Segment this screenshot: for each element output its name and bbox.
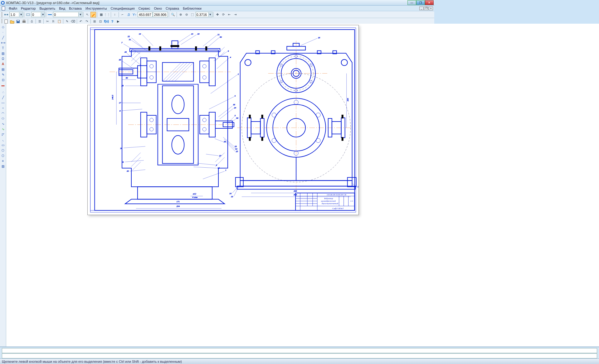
menu-insert[interactable]: Вставка xyxy=(67,6,84,11)
rect-button[interactable]: ▭ xyxy=(1,142,6,147)
table-button[interactable]: ▤ xyxy=(1,67,6,72)
edit-button[interactable]: ✎ xyxy=(1,72,6,77)
cut-button[interactable]: ✂ xyxy=(45,19,50,24)
mdi-close-button[interactable]: × xyxy=(429,7,433,10)
step-dropdown-icon[interactable]: ▾ xyxy=(19,12,23,17)
menu-window[interactable]: Окно xyxy=(152,6,164,11)
spline-button[interactable]: ∿ xyxy=(1,121,6,126)
menu-tools[interactable]: Инструменты xyxy=(84,6,109,11)
step-input[interactable] xyxy=(10,12,19,17)
symbol-button[interactable]: Ω xyxy=(1,56,6,61)
close-button[interactable]: ✕ xyxy=(425,0,434,5)
drawing-sheet[interactable]: 22 10 7 31 33 26 28 17 8 29 11 20 13 18 xyxy=(87,25,359,215)
bezier-button[interactable]: ∿ xyxy=(1,127,6,132)
hatch-button[interactable]: ▨ xyxy=(1,51,6,56)
text-button[interactable]: T xyxy=(1,46,6,50)
point-button[interactable]: · xyxy=(1,30,6,35)
zoom-combo[interactable]: ▾ xyxy=(196,12,212,17)
format-button[interactable]: ⌫ xyxy=(70,19,76,24)
layer-button[interactable] xyxy=(25,12,31,17)
redo-button[interactable]: ↷ xyxy=(84,19,90,24)
undo-button[interactable]: ↶ xyxy=(78,19,84,24)
paint-button[interactable] xyxy=(90,12,96,17)
snap2-button[interactable]: ⌐ xyxy=(120,12,125,17)
svg-text:254: 254 xyxy=(176,205,180,208)
geometry-button[interactable]: ◇ xyxy=(1,24,6,29)
new-button[interactable] xyxy=(3,19,9,24)
dim-button[interactable]: ⟷ xyxy=(1,40,6,45)
aux-point-button[interactable]: ∴ xyxy=(1,89,6,94)
equidist-button[interactable]: ≡ xyxy=(1,158,6,163)
step-combo[interactable]: ▾ xyxy=(9,12,23,17)
arc-button[interactable]: ◠ xyxy=(1,111,6,116)
val1-dropdown-icon[interactable]: ▾ xyxy=(41,12,45,17)
ortho-button[interactable]: ↕ xyxy=(112,12,118,17)
menu-view[interactable]: Вид xyxy=(57,6,67,11)
help-button[interactable]: ? xyxy=(110,19,115,24)
linestyle-combo[interactable]: ▾ xyxy=(53,12,82,17)
window-title: КОМПАС-3D V13 - [редуктор a=180.cdw ->Си… xyxy=(6,1,407,5)
copy-button[interactable]: ⎘ xyxy=(51,19,56,24)
coord-x-field: 453.697 xyxy=(138,12,153,17)
open-button[interactable] xyxy=(9,19,15,24)
val1-input[interactable] xyxy=(32,12,41,17)
contour-button[interactable]: ⬡ xyxy=(1,153,6,158)
paste-button[interactable]: 📋 xyxy=(56,19,62,24)
zoom-in-button[interactable]: ⊕ xyxy=(178,12,183,17)
prev-view-button[interactable]: ⇤ xyxy=(226,12,232,17)
line-button[interactable]: ╱ xyxy=(1,35,6,40)
zoom-out-button[interactable]: ⊖ xyxy=(184,12,189,17)
run-button[interactable]: ▶ xyxy=(115,19,121,24)
view-button[interactable]: ⊡ xyxy=(1,77,6,82)
menu-select[interactable]: Выделить xyxy=(37,6,57,11)
zoom-dropdown-icon[interactable]: ▾ xyxy=(208,12,212,17)
print-button[interactable] xyxy=(21,19,27,24)
props-button[interactable]: ☰ xyxy=(37,19,42,24)
zoom-all-button[interactable]: 🔍 xyxy=(170,12,176,17)
preview-button[interactable]: ⎙ xyxy=(29,19,35,24)
canvas[interactable]: 22 10 7 31 33 26 28 17 8 29 11 20 13 18 xyxy=(6,24,434,264)
val1-combo[interactable]: ▾ xyxy=(31,12,45,17)
menu-service[interactable]: Сервис xyxy=(137,6,152,11)
menu-editor[interactable]: Редактор xyxy=(19,6,37,11)
maximize-button[interactable]: ❐ xyxy=(416,0,425,5)
poly-button[interactable]: ⬠ xyxy=(1,148,6,153)
cursor-button[interactable]: ↖ xyxy=(85,12,90,17)
svg-text:19: 19 xyxy=(231,195,233,198)
zoom-win-button[interactable]: ⬚ xyxy=(190,12,195,17)
spec-button[interactable]: ▬ xyxy=(1,83,6,88)
manager-button[interactable]: ⊞ xyxy=(92,19,97,24)
save-button[interactable] xyxy=(15,19,21,24)
next-view-button[interactable]: ⇥ xyxy=(232,12,238,17)
menu-help[interactable]: Справка xyxy=(164,6,181,11)
svg-line-122 xyxy=(206,154,218,156)
mdi-restore-button[interactable]: ❐ xyxy=(424,7,428,10)
fillet-button[interactable]: ◟ xyxy=(1,137,6,142)
zoom-input[interactable] xyxy=(196,12,208,17)
vars-button[interactable]: ⊡ xyxy=(98,19,103,24)
linestyle-input[interactable] xyxy=(53,12,78,17)
a-button[interactable]: A xyxy=(1,61,6,66)
rounding-button[interactable]: .0 xyxy=(126,12,131,17)
grid-button[interactable]: ▦ xyxy=(98,12,104,17)
pan-button[interactable]: ✥ xyxy=(215,12,220,17)
menu-spec[interactable]: Спецификация xyxy=(109,6,137,11)
brush-button[interactable]: ✎ xyxy=(64,19,70,24)
linestyle-dropdown-icon[interactable]: ▾ xyxy=(78,12,82,17)
mdi-min-button[interactable]: _ xyxy=(419,7,424,10)
chamfer-button[interactable]: ◸ xyxy=(1,132,6,137)
segment-button[interactable]: — xyxy=(1,100,6,105)
aux-line-button[interactable]: ╱ xyxy=(1,95,6,100)
circle-button[interactable]: ○ xyxy=(1,105,6,110)
redraw-button[interactable]: ⟳ xyxy=(221,12,226,17)
xy-button[interactable]: Y↑X xyxy=(132,12,137,17)
fx-button[interactable]: f(x) xyxy=(104,19,109,24)
menu-file[interactable]: Файл xyxy=(7,6,19,11)
dots-button[interactable]: ⋮⋮ xyxy=(104,12,110,17)
minimize-button[interactable]: — xyxy=(407,0,416,5)
menu-libs[interactable]: Библиотеки xyxy=(181,6,203,11)
ellipse-button[interactable]: ⬭ xyxy=(1,116,6,121)
snap-button[interactable] xyxy=(3,12,9,17)
hatch2-button[interactable]: ▨ xyxy=(1,164,6,169)
linestyle-button[interactable] xyxy=(47,12,53,17)
